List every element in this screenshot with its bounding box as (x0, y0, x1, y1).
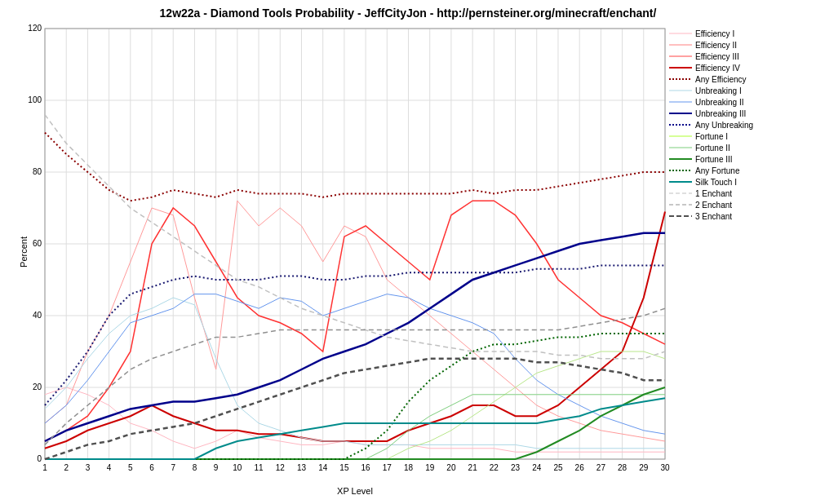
legend-item: 3 Enchant (669, 211, 812, 221)
legend-item: Any Fortune (669, 166, 812, 175)
legend-item: Silk Touch I (669, 177, 812, 187)
legend-label: 2 Enchant (695, 201, 732, 210)
legend-item: Fortune III (669, 154, 812, 164)
legend-item: Fortune I (669, 131, 812, 141)
legend-item: Unbreaking I (669, 86, 812, 95)
legend-item: Any Efficiency (669, 74, 812, 84)
legend-label: 3 Enchant (695, 212, 732, 221)
legend-label: Unbreaking II (695, 98, 743, 107)
legend-item: Fortune II (669, 143, 812, 153)
legend-item: Unbreaking II (669, 97, 812, 107)
chart-container: 12w22a - Diamond Tools Probability - Jef… (0, 0, 816, 504)
legend-item: Efficiency IV (669, 63, 812, 73)
legend-item: Unbreaking III (669, 108, 812, 118)
legend-label: Unbreaking I (695, 86, 742, 95)
legend-label: Fortune II (695, 144, 730, 153)
legend-item: 2 Enchant (669, 200, 812, 210)
legend-item: Any Unbreaking (669, 120, 812, 130)
legend-label: Efficiency II (695, 41, 737, 50)
legend-item: Efficiency III (669, 51, 812, 61)
legend-label: Efficiency I (695, 29, 734, 38)
legend-label: Any Efficiency (695, 75, 747, 84)
legend-label: Silk Touch I (695, 178, 737, 187)
legend-label: Any Fortune (695, 166, 739, 175)
legend-label: Efficiency IV (695, 64, 740, 73)
legend-item: 1 Enchant (669, 188, 812, 198)
legend-label: Any Unbreaking (695, 121, 753, 130)
legend-label: Fortune I (695, 132, 728, 141)
legend-label: Unbreaking III (695, 109, 746, 118)
legend-item: Efficiency II (669, 40, 812, 50)
legend-label: Fortune III (695, 155, 733, 164)
legend: Efficiency IEfficiency IIEfficiency IIIE… (669, 29, 812, 223)
legend-label: Efficiency III (695, 52, 739, 61)
legend-label: 1 Enchant (695, 189, 732, 198)
legend-item: Efficiency I (669, 29, 812, 38)
